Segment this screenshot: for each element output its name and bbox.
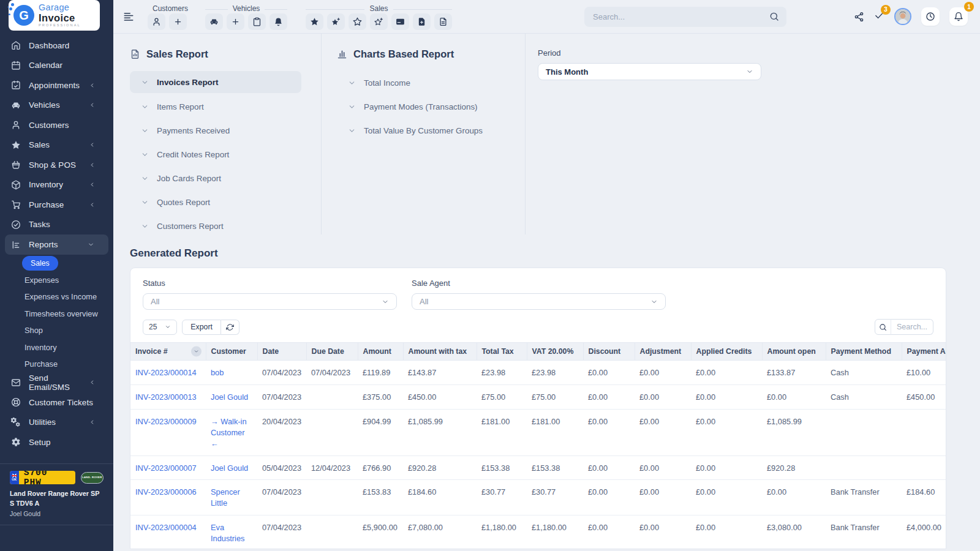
- sidebar-item-shop-pos[interactable]: Shop & POS: [0, 155, 113, 175]
- sidebar-item-sales[interactable]: Sales: [0, 135, 113, 156]
- column-header-discount[interactable]: Discount: [583, 343, 635, 361]
- column-header-payment-amount[interactable]: Payment Amount: [902, 343, 946, 361]
- sidebar-item-tasks[interactable]: Tasks: [0, 215, 113, 235]
- cell-customer[interactable]: Spencer Little: [206, 480, 257, 515]
- submenu-item-expenses-vs-income[interactable]: Expenses vs Income: [0, 288, 113, 305]
- cell-customer[interactable]: Eva Industries: [206, 515, 257, 551]
- report-item-label: Credit Notes Report: [157, 150, 229, 159]
- vehicles-bell-button[interactable]: [270, 13, 287, 30]
- column-header-amount[interactable]: Amount: [358, 343, 403, 361]
- sidebar-item-setup[interactable]: Setup: [0, 432, 113, 452]
- cell-invoice[interactable]: INV-2023/000014: [130, 361, 206, 385]
- customers-user-button[interactable]: [148, 13, 165, 30]
- user-avatar[interactable]: [894, 8, 911, 25]
- cell-payment-amount: £184.60: [902, 480, 946, 515]
- notifications-button[interactable]: 1: [949, 7, 968, 26]
- sales-file-text-button[interactable]: [434, 13, 452, 30]
- sales-credit-card-button[interactable]: [391, 13, 409, 30]
- vehicles-car-button[interactable]: [205, 13, 223, 30]
- gear-icon: [11, 437, 21, 447]
- column-header-total-tax[interactable]: Total Tax: [477, 343, 527, 361]
- customers-plus-button[interactable]: [169, 13, 187, 30]
- vehicles-plus-button[interactable]: [227, 13, 244, 30]
- sidebar-item-inventory[interactable]: Inventory: [0, 175, 113, 195]
- sort-button[interactable]: [191, 347, 202, 357]
- cell-vat: £23.98: [527, 361, 583, 385]
- table-search-button[interactable]: [875, 319, 891, 335]
- column-header-adjustment[interactable]: Adjustment: [635, 343, 691, 361]
- sidebar-item-send-email-sms[interactable]: Send Email/SMS: [0, 373, 113, 393]
- submenu-item-purchase[interactable]: Purchase: [0, 356, 113, 373]
- sales-star-plus-button[interactable]: [327, 13, 345, 30]
- export-button[interactable]: Export: [182, 320, 221, 335]
- search-icon[interactable]: [769, 12, 779, 21]
- check-circle-icon: [11, 220, 21, 230]
- cell-invoice[interactable]: INV-2023/000013: [130, 384, 206, 409]
- report-item-quotes-report[interactable]: Quotes Report: [130, 190, 321, 214]
- sale-agent-select[interactable]: All: [412, 293, 666, 310]
- status-value: All: [151, 297, 159, 306]
- column-header-amount-open[interactable]: Amount open: [762, 343, 826, 361]
- share-icon[interactable]: [854, 12, 864, 22]
- cell-customer[interactable]: Joel Gould: [206, 384, 257, 409]
- column-header-vat-20-00[interactable]: VAT 20.00%: [527, 343, 583, 361]
- report-item-total-value-by-customer-groups[interactable]: Total Value By Customer Groups: [337, 119, 525, 143]
- sidebar-item-vehicles[interactable]: Vehicles: [0, 96, 113, 116]
- sales-star-outline-button[interactable]: [349, 13, 366, 30]
- sidebar-item-purchase[interactable]: Purchase: [0, 195, 113, 215]
- sidebar-item-reports[interactable]: Reports: [5, 234, 108, 255]
- cell-invoice[interactable]: INV-2023/000007: [130, 455, 206, 480]
- table-search-input[interactable]: [891, 319, 933, 335]
- cell-customer[interactable]: bob: [206, 361, 257, 385]
- sidebar-item-appointments[interactable]: Appointments: [0, 75, 113, 96]
- sidebar-item-calendar[interactable]: Calendar: [0, 56, 113, 76]
- report-item-job-cards-report[interactable]: Job Cards Report: [130, 167, 321, 190]
- history-button[interactable]: [921, 7, 940, 26]
- sidebar-item-dashboard[interactable]: Dashboard: [0, 36, 113, 56]
- page-size-select[interactable]: 25: [143, 320, 177, 335]
- column-header-payment-method[interactable]: Payment Method: [826, 343, 902, 361]
- cell-customer[interactable]: Joel Gould: [206, 455, 257, 480]
- report-item-items-report[interactable]: Items Report: [130, 95, 321, 119]
- sidebar-item-label: Send Email/SMS: [29, 373, 89, 392]
- refresh-button[interactable]: [221, 320, 239, 335]
- sales-star-button[interactable]: [306, 13, 323, 30]
- report-item-credit-notes-report[interactable]: Credit Notes Report: [130, 143, 321, 167]
- submenu-item-timesheets-overview[interactable]: Timesheets overview: [0, 305, 113, 323]
- cell-invoice[interactable]: INV-2023/000009: [130, 409, 206, 455]
- submenu-item-shop[interactable]: Shop: [0, 322, 113, 339]
- app-logo[interactable]: G Garage Invoice PROFESSIONAL: [9, 0, 100, 31]
- column-header-applied-credits[interactable]: Applied Credits: [691, 343, 762, 361]
- report-item-customers-report[interactable]: Customers Report: [130, 214, 321, 238]
- submenu-item-expenses[interactable]: Expenses: [0, 272, 113, 289]
- cell-customer[interactable]: → Walk-in Customer ←: [206, 409, 257, 455]
- sales-file-plus-button[interactable]: [413, 13, 431, 30]
- tasks-indicator[interactable]: 3: [874, 10, 884, 23]
- column-header-date[interactable]: Date: [257, 343, 306, 361]
- cell-total-tax: £181.00: [477, 409, 527, 455]
- selected-vehicle-card[interactable]: UK S700 PHW LAND- ROVER Land Rover Range…: [0, 463, 113, 525]
- sidebar-item-customer-tickets[interactable]: Customer Tickets: [0, 392, 113, 413]
- status-select[interactable]: All: [143, 293, 397, 310]
- chevron-down-icon: [88, 241, 94, 248]
- cell-invoice[interactable]: INV-2023/000006: [130, 480, 206, 515]
- sidebar-item-utilities[interactable]: Utilities: [0, 413, 113, 433]
- report-item-payments-received[interactable]: Payments Received: [130, 119, 321, 143]
- column-header-due-date[interactable]: Due Date: [306, 343, 358, 361]
- cell-invoice[interactable]: INV-2023/000004: [130, 515, 206, 551]
- column-header-invoice[interactable]: Invoice #: [130, 343, 206, 361]
- report-item-total-income[interactable]: Total Income: [337, 71, 525, 95]
- menu-icon[interactable]: [123, 11, 134, 22]
- period-select[interactable]: This Month: [538, 63, 761, 80]
- sidebar-item-customers[interactable]: Customers: [0, 115, 113, 135]
- report-item-invoices-report[interactable]: Invoices Report: [130, 71, 301, 93]
- submenu-item-inventory[interactable]: Inventory: [0, 339, 113, 356]
- cell-due-date: [306, 409, 358, 455]
- vehicles-clipboard-button[interactable]: [248, 13, 266, 30]
- column-header-amount-with-tax[interactable]: Amount with tax: [403, 343, 477, 361]
- submenu-item-sales[interactable]: Sales: [0, 255, 113, 272]
- global-search-input[interactable]: [593, 12, 769, 21]
- report-item-payment-modes-transactions[interactable]: Payment Modes (Transactions): [337, 95, 525, 119]
- sales-star-plus-outline-button[interactable]: [370, 13, 388, 30]
- column-header-customer[interactable]: Customer: [206, 343, 257, 361]
